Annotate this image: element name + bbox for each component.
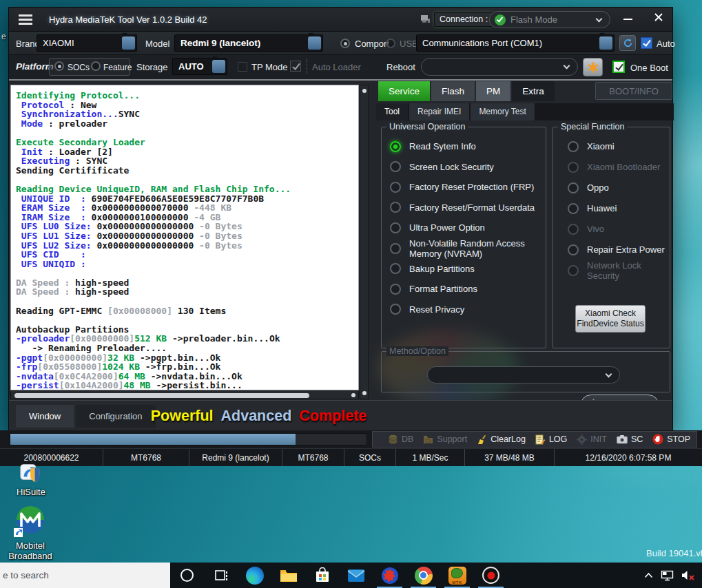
model-select[interactable]: Redmi 9 (lancelot) (174, 34, 323, 52)
comport-radio[interactable] (340, 39, 350, 48)
option-label: Xiaomi (587, 141, 615, 151)
connection-mode-select[interactable]: Flash Mode (489, 11, 610, 28)
storage-value: AUTO (178, 61, 204, 72)
subtab-memory-test[interactable]: Memory Test (471, 103, 534, 120)
reboot-action-button[interactable] (583, 58, 603, 76)
minimize-button[interactable] (618, 12, 637, 26)
special-repair-extra-power[interactable]: Repair Extra Power (553, 240, 670, 260)
refresh-ports-button[interactable] (619, 35, 636, 51)
scrollbar-thumb[interactable] (14, 393, 309, 398)
radio-icon (390, 304, 401, 315)
taskbar-edge[interactable] (238, 563, 271, 588)
reboot-select[interactable] (421, 58, 578, 76)
xiaomi-check-finddevice-button[interactable]: Xiaomi Check FindDevice Status (575, 305, 646, 333)
divider (9, 79, 672, 81)
log-line: Reading Device UniqueID, RAM and Flash C… (16, 184, 358, 193)
taskbar-phone-app[interactable] (373, 563, 406, 588)
toolbar-clearlog[interactable]: ClearLog (477, 434, 526, 445)
operation-format-partitions[interactable]: Format Partitions (382, 279, 546, 300)
log-line: Init : Loader [2] (16, 147, 358, 156)
menu-icon[interactable] (19, 14, 34, 27)
slogan-word: Complete (299, 408, 367, 425)
operation-ultra-power-option[interactable]: Ultra Power Option (382, 218, 546, 238)
volume-muted[interactable] (681, 570, 695, 580)
feature-radio[interactable] (91, 61, 101, 71)
usb-radio[interactable] (386, 39, 395, 48)
log-line: -preloader[0x00000000]512 KB ->preloader… (16, 333, 358, 343)
operation-non-volatile-random-access-memory-nvram[interactable]: Non-Volatile Random Access Memory (NVRAM… (382, 238, 546, 259)
network-display[interactable] (661, 570, 674, 581)
model-label: Model (145, 39, 169, 49)
log-line: DA Speed : high-speed (16, 286, 358, 296)
log-line: -pgpt[0x00000000]32 KB ->pgpt.bin...Ok (16, 353, 358, 362)
dropdown-arrow-icon[interactable] (212, 60, 225, 73)
separator (307, 59, 307, 74)
mobitel-broadband-icon (14, 505, 47, 538)
taskbar-task-view[interactable] (204, 563, 238, 588)
chevron-down-icon (564, 63, 570, 70)
tp-mode-checkbox[interactable] (238, 62, 247, 72)
taskbar-mail[interactable] (339, 563, 373, 588)
taskbar-microsoft-store[interactable] (305, 563, 339, 588)
taskbar-search[interactable]: e to search (0, 563, 170, 588)
operation-read-sytem-info[interactable]: Read Sytem Info (382, 136, 546, 157)
operation-reset-privacy[interactable]: Reset Privacy (382, 300, 546, 320)
chrome-icon (415, 567, 433, 585)
tab-extra[interactable]: Extra (512, 81, 555, 101)
toolbar-init: INIT (577, 434, 607, 445)
tab-flash[interactable]: Flash (431, 81, 475, 101)
network-display-icon (661, 570, 674, 581)
desktop-icon-hisuite[interactable]: HiSuite (11, 461, 51, 498)
radio-icon (568, 162, 579, 173)
socs-radio[interactable] (54, 61, 64, 71)
universal-operation-group: Universal Operation Read Sytem InfoScree… (381, 127, 546, 348)
mtk-tool-icon: MTK (448, 567, 466, 585)
brand-select[interactable]: XIAOMI (37, 34, 137, 52)
auto-port-checkbox[interactable] (641, 37, 652, 49)
toolbar-log[interactable]: LOG (535, 434, 567, 445)
log-line: IRAM Size : 0x0000000100000000 -4 GB (16, 212, 358, 222)
one-boot-checkbox[interactable] (612, 61, 625, 73)
dropdown-arrow-icon[interactable] (122, 36, 135, 50)
storage-select[interactable]: AUTO (172, 58, 227, 75)
operation-factory-reset-format-userdata[interactable]: Factory Reset/Format Userdata (382, 198, 546, 218)
progress-fill (10, 434, 296, 445)
tab-service[interactable]: Service (378, 81, 430, 101)
special-xiaomi[interactable]: Xiaomi (553, 136, 670, 157)
boot-info-button[interactable]: BOOT/INFO (595, 82, 672, 100)
taskbar-file-explorer[interactable] (271, 563, 305, 588)
tab-pm[interactable]: PM (476, 81, 510, 101)
toolbar-stop[interactable]: STOP (652, 434, 690, 445)
taskbar-cortana[interactable] (170, 563, 204, 588)
method-option-select[interactable] (427, 366, 620, 384)
dropdown-arrow-icon[interactable] (308, 36, 321, 50)
desktop-icon-mobitel[interactable]: Mobitel Broadband (6, 505, 55, 562)
special-oppo[interactable]: Oppo (553, 178, 670, 198)
tab-window[interactable]: Window (16, 405, 74, 428)
special-xiaomi-bootloader: Xiaomi Bootloader (553, 157, 670, 178)
operation-factory-reset-protection-frp[interactable]: Factory Reset Protection (FRP) (382, 177, 546, 198)
radio-icon (390, 243, 401, 254)
toolbar-sc[interactable]: SC (617, 434, 643, 444)
hydra-tool-window: Hydra MediaTeK Tool Ver 1.0.2 Build 42 C… (8, 7, 673, 430)
close-button[interactable] (648, 12, 669, 26)
log-line (16, 315, 358, 324)
dropdown-arrow-icon[interactable] (599, 36, 612, 50)
toolbar-label: STOP (667, 434, 690, 444)
tray-expand[interactable] (644, 572, 653, 578)
com-port-select[interactable]: Communications Port (COM1) (416, 34, 615, 52)
log-vertical-scrollbar[interactable] (360, 85, 369, 399)
taskbar-screen-recorder[interactable] (474, 563, 508, 588)
taskbar-chrome[interactable] (406, 563, 440, 588)
operation-bakup-partitions[interactable]: Bakup Partitions (382, 259, 546, 280)
connection-label: Connection : (434, 12, 493, 27)
subtab-tool[interactable]: Tool (376, 103, 408, 120)
log-line: -persist[0x104A2000]48 MB ->persist.bin.… (16, 380, 358, 390)
window-title: Hydra MediaTeK Tool Ver 1.0.2 Build 42 (49, 14, 207, 25)
taskbar-mtk-tool[interactable]: MTK (440, 563, 474, 588)
special-huawei[interactable]: Huawei (553, 198, 670, 219)
operation-screen-lock-security[interactable]: Screen Lock Security (382, 157, 546, 178)
log-horizontal-scrollbar[interactable] (10, 390, 359, 399)
subtab-repair-imei[interactable]: Repair IMEI (409, 103, 469, 120)
auto-loader-checkbox[interactable] (290, 61, 301, 72)
